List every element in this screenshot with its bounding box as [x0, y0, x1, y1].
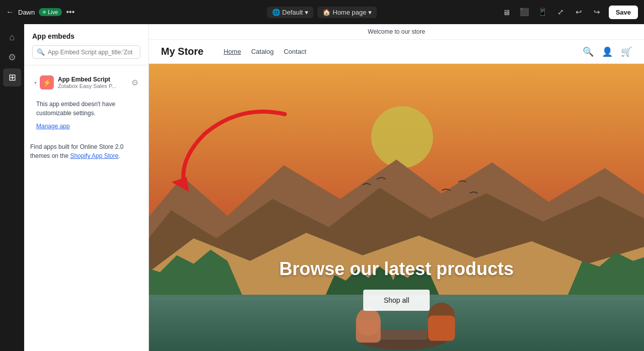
svg-rect-15	[356, 320, 380, 342]
page-selector[interactable]: 🏠 Home page ▾	[317, 7, 377, 18]
expand-chevron-icon[interactable]: ▾	[34, 80, 37, 85]
view-chevron-icon: ▾	[305, 9, 308, 16]
desktop-view-button[interactable]: 🖥	[499, 5, 514, 20]
preview-area: Welcome to our store My Store Home Catal…	[149, 24, 644, 351]
view-icon: 🌐	[272, 9, 280, 16]
store-logo: My Store	[161, 46, 203, 57]
svg-point-1	[371, 106, 433, 168]
theme-name: Dawn	[18, 9, 35, 16]
hero-title: Browse our latest products	[149, 258, 644, 280]
top-bar-center: 🌐 Default ▾ 🏠 Home page ▾	[267, 7, 377, 18]
top-bar-right: 🖥 ⬛ 📱 ⤢ ↩ ↪ Save	[499, 5, 638, 20]
sidebar-title: App embeds	[32, 32, 140, 40]
app-settings-icon[interactable]: ⚙	[131, 78, 138, 87]
sidebar-content: ▾ ⚡ App Embed Script Zotabox Easy Sales …	[24, 65, 148, 142]
store-cart-icon[interactable]: 🛒	[621, 46, 632, 57]
app-description: This app embed doesn't have customizable…	[30, 96, 142, 136]
nav-link-home[interactable]: Home	[223, 48, 241, 55]
top-bar: ← Dawn Live ••• 🌐 Default ▾ 🏠 Home page …	[0, 0, 644, 24]
shop-all-button[interactable]: Shop all	[363, 290, 430, 311]
toolbar-icons: 🖥 ⬛ 📱 ⤢ ↩ ↪	[499, 5, 605, 20]
store-nav-icons: 🔍 👤 🛒	[583, 46, 632, 57]
store-header: Welcome to our store My Store Home Catal…	[149, 24, 644, 64]
live-badge: Live	[39, 8, 62, 16]
nav-link-catalog[interactable]: Catalog	[251, 48, 274, 55]
top-bar-left: ← Dawn Live •••	[6, 8, 495, 17]
svg-rect-17	[428, 315, 455, 340]
sidebar-header: App embeds 🔍	[24, 24, 148, 65]
shopify-app-store-link[interactable]: Shopify App Store	[70, 152, 118, 159]
app-embed-item: ▾ ⚡ App Embed Script Zotabox Easy Sales …	[30, 71, 142, 94]
store-nav-links: Home Catalog Contact	[223, 48, 573, 55]
view-label: Default	[282, 9, 303, 16]
view-selector[interactable]: 🌐 Default ▾	[267, 7, 313, 18]
page-chevron-icon: ▾	[368, 9, 372, 16]
nav-settings-icon[interactable]: ⚙	[3, 48, 21, 66]
undo-button[interactable]: ↩	[572, 5, 587, 20]
redo-button[interactable]: ↪	[590, 5, 605, 20]
main-layout: ⌂ ⚙ ⊞ App embeds 🔍 ▾ ⚡ App Embed Script …	[0, 24, 644, 351]
sidebar-search-icon: 🔍	[37, 48, 45, 56]
app-desc-text: This app embed doesn't have customizable…	[36, 100, 136, 118]
live-label: Live	[48, 9, 58, 15]
hero-section: Browse our latest products Shop all	[149, 64, 644, 351]
nav-home-icon[interactable]: ⌂	[3, 28, 21, 46]
store-announcement: Welcome to our store	[149, 24, 644, 40]
svg-rect-13	[377, 329, 428, 339]
live-dot	[43, 11, 46, 14]
page-home-icon: 🏠	[323, 9, 331, 16]
tablet-view-button[interactable]: ⬛	[517, 5, 532, 20]
app-icon: ⚡	[40, 75, 54, 90]
back-button[interactable]: ←	[6, 8, 14, 17]
app-subtitle: Zotabox Easy Sales P...	[58, 83, 131, 89]
save-button[interactable]: Save	[609, 6, 638, 19]
sidebar: App embeds 🔍 ▾ ⚡ App Embed Script Zotabo…	[24, 24, 149, 351]
mobile-view-button[interactable]: 📱	[535, 5, 550, 20]
manage-app-link[interactable]: Manage app	[36, 123, 70, 130]
store-search-icon[interactable]: 🔍	[583, 46, 594, 57]
page-label: Home page	[333, 9, 366, 16]
nav-icons: ⌂ ⚙ ⊞	[0, 24, 24, 351]
app-name: App Embed Script	[58, 76, 131, 83]
more-button[interactable]: •••	[66, 8, 74, 17]
nav-blocks-icon[interactable]: ⊞	[3, 68, 21, 86]
store-nav: My Store Home Catalog Contact 🔍 👤 🛒	[149, 40, 644, 63]
shopify-note: Find apps built for Online Store 2.0 the…	[24, 142, 148, 168]
shopify-note-suffix: .	[118, 152, 120, 159]
store-account-icon[interactable]: 👤	[602, 46, 613, 57]
expand-button[interactable]: ⤢	[553, 5, 569, 20]
nav-link-contact[interactable]: Contact	[284, 48, 306, 55]
sidebar-search-input[interactable]	[48, 49, 136, 56]
app-info: App Embed Script Zotabox Easy Sales P...	[58, 76, 131, 89]
hero-text-overlay: Browse our latest products Shop all	[149, 258, 644, 311]
search-box[interactable]: 🔍	[32, 45, 140, 59]
